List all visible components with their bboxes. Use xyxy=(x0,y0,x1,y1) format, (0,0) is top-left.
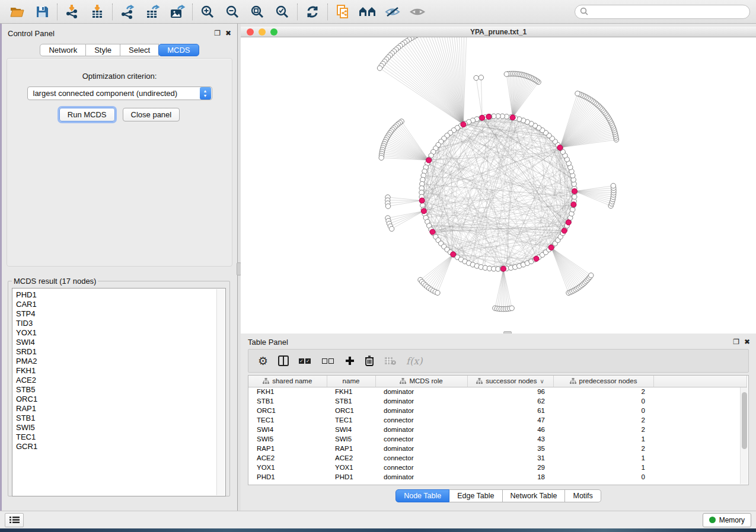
run-mcds-button[interactable]: Run MCDS xyxy=(59,108,115,121)
table-cell[interactable]: YOX1 xyxy=(248,463,327,472)
mcds-list-scrollbar[interactable] xyxy=(216,289,225,495)
export-table-button[interactable] xyxy=(140,2,165,21)
table-cell[interactable]: 1 xyxy=(553,453,653,463)
tab-network-table[interactable]: Network Table xyxy=(503,489,566,502)
search-input[interactable] xyxy=(589,8,745,16)
close-window-icon[interactable] xyxy=(247,28,254,36)
table-cell[interactable]: 61 xyxy=(467,406,553,415)
table-cell[interactable]: 62 xyxy=(467,396,553,406)
table-cell[interactable]: 35 xyxy=(467,444,553,453)
table-cell[interactable]: 0 xyxy=(553,472,653,482)
import-table-button[interactable] xyxy=(85,2,110,21)
mcds-result-listbox[interactable]: PHD1CAR1STP4TID3YOX1SWI4SRD1PMA2FKH1ACE2… xyxy=(12,288,226,496)
zoom-selected-button[interactable] xyxy=(270,2,295,21)
export-network-button[interactable] xyxy=(115,2,140,21)
table-cell[interactable]: dominator xyxy=(375,425,467,434)
table-cell[interactable]: ACE2 xyxy=(327,453,375,463)
table-cell[interactable]: FKH1 xyxy=(248,387,327,396)
table-cell[interactable]: 29 xyxy=(467,463,553,472)
table-row[interactable]: RAP1RAP1dominator352 xyxy=(248,444,747,453)
network-from-selection-button[interactable] xyxy=(330,2,355,21)
delete-columns-button[interactable] xyxy=(365,354,374,368)
float-panel-icon[interactable]: ❐ xyxy=(733,338,739,345)
apply-layout-button[interactable] xyxy=(300,2,325,21)
column-header-name[interactable]: name xyxy=(327,376,375,387)
mcds-result-item[interactable]: PMA2 xyxy=(16,357,225,366)
network-canvas[interactable] xyxy=(241,37,756,334)
table-cell[interactable]: ORC1 xyxy=(327,406,375,415)
minimize-window-icon[interactable] xyxy=(259,28,266,36)
search-box[interactable] xyxy=(575,5,750,19)
memory-button[interactable]: Memory xyxy=(703,513,751,527)
zoom-in-button[interactable] xyxy=(195,2,220,21)
table-cell[interactable]: SWI5 xyxy=(248,434,327,444)
table-scrollbar-thumb[interactable] xyxy=(742,392,747,449)
tab-edge-table[interactable]: Edge Table xyxy=(449,489,502,502)
table-cell[interactable]: SWI4 xyxy=(248,425,327,434)
table-cell[interactable]: ORC1 xyxy=(248,406,327,415)
table-cell[interactable]: 47 xyxy=(467,415,553,425)
mcds-result-item[interactable]: SWI5 xyxy=(16,423,225,432)
zoom-out-button[interactable] xyxy=(220,2,245,21)
criterion-dropdown[interactable]: largest connected component (undirected)… xyxy=(27,86,212,100)
table-cell[interactable]: dominator xyxy=(375,387,467,396)
select-all-columns-button[interactable] xyxy=(299,354,312,368)
column-header-shared-name[interactable]: shared name xyxy=(248,376,327,387)
mcds-result-item[interactable]: TID3 xyxy=(16,319,225,328)
table-cell[interactable]: ACE2 xyxy=(248,453,327,463)
mcds-result-item[interactable]: RAP1 xyxy=(16,404,225,414)
table-row[interactable]: SWI5SWI5connector431 xyxy=(248,434,747,444)
column-header-predecessor-nodes[interactable]: predecessor nodes xyxy=(553,376,653,387)
mcds-result-item[interactable]: YOX1 xyxy=(16,328,225,338)
table-cell[interactable]: dominator xyxy=(375,406,467,415)
table-cell[interactable]: connector xyxy=(375,415,467,425)
first-neighbors-button[interactable] xyxy=(355,2,380,21)
table-cell[interactable]: TEC1 xyxy=(248,415,327,425)
column-settings-button[interactable]: ⚙ xyxy=(258,354,268,368)
table-row[interactable]: FKH1FKH1dominator962 xyxy=(248,387,747,396)
table-cell[interactable]: 2 xyxy=(553,387,653,396)
table-cell[interactable]: TEC1 xyxy=(327,415,375,425)
table-cell[interactable]: 43 xyxy=(467,434,553,444)
zoom-window-icon[interactable] xyxy=(270,28,277,36)
tab-network[interactable]: Network xyxy=(40,44,86,56)
table-cell[interactable]: connector xyxy=(375,453,467,463)
table-row[interactable]: SWI4SWI4dominator462 xyxy=(248,425,747,434)
unselect-all-columns-button[interactable] xyxy=(322,354,335,368)
mcds-result-item[interactable]: SWI4 xyxy=(16,338,225,347)
zoom-fit-button[interactable] xyxy=(245,2,270,21)
table-cell[interactable]: 0 xyxy=(553,406,653,415)
table-row[interactable]: YOX1YOX1connector291 xyxy=(248,463,747,472)
mcds-result-item[interactable]: ORC1 xyxy=(16,395,225,404)
delete-table-button[interactable] xyxy=(384,354,396,368)
tab-style[interactable]: Style xyxy=(86,44,120,56)
mcds-result-item[interactable]: TEC1 xyxy=(16,432,225,442)
mcds-result-item[interactable]: SRD1 xyxy=(16,347,225,357)
mcds-result-item[interactable]: ACE2 xyxy=(16,376,225,385)
table-cell[interactable]: 0 xyxy=(553,396,653,406)
column-header-mcds-role[interactable]: MCDS role xyxy=(375,376,467,387)
function-builder-button[interactable]: f(x) xyxy=(406,354,422,368)
table-cell[interactable]: 31 xyxy=(467,453,553,463)
show-column-dialog-button[interactable] xyxy=(278,354,289,368)
mcds-result-item[interactable]: STP4 xyxy=(16,309,225,319)
float-panel-icon[interactable]: ❐ xyxy=(214,30,221,37)
sort-caret-icon[interactable]: ∨ xyxy=(540,378,544,384)
table-row[interactable]: ACE2ACE2connector311 xyxy=(248,453,747,463)
mcds-result-item[interactable]: CAR1 xyxy=(16,300,225,309)
task-history-button[interactable] xyxy=(5,513,24,527)
create-column-button[interactable] xyxy=(345,354,355,368)
tab-node-table[interactable]: Node Table xyxy=(395,489,449,502)
table-row[interactable]: ORC1ORC1dominator610 xyxy=(248,406,747,415)
table-row[interactable]: STB1STB1dominator620 xyxy=(248,396,747,406)
mcds-result-item[interactable]: STB1 xyxy=(16,414,225,423)
table-cell[interactable]: 1 xyxy=(553,434,653,444)
table-cell[interactable]: YOX1 xyxy=(327,463,375,472)
import-network-button[interactable] xyxy=(60,2,85,21)
table-cell[interactable]: SWI5 xyxy=(327,434,375,444)
close-panel-icon[interactable]: ✖ xyxy=(225,30,231,37)
table-cell[interactable]: STB1 xyxy=(327,396,375,406)
table-cell[interactable]: RAP1 xyxy=(327,444,375,453)
show-all-button[interactable] xyxy=(405,2,430,21)
network-view-titlebar[interactable]: YPA_prune.txt_1 xyxy=(241,27,756,37)
